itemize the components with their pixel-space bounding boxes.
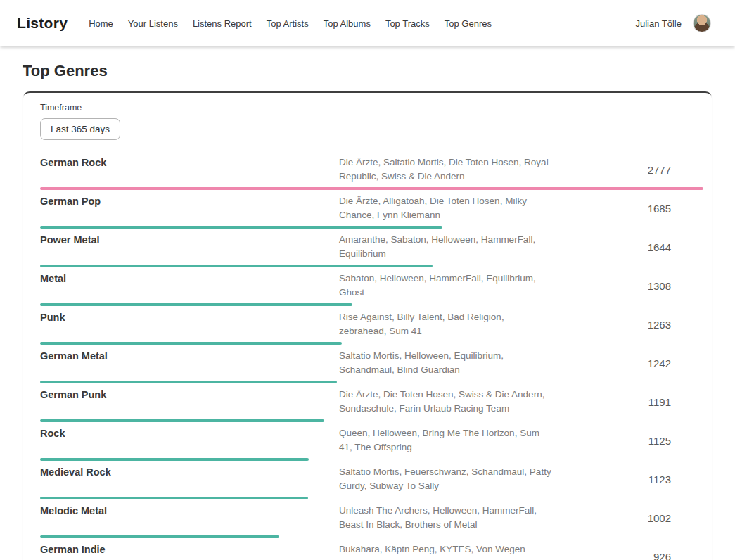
user-name[interactable]: Julian Tölle <box>635 18 682 29</box>
genre-name: Metal <box>40 272 339 286</box>
genre-name: German Indie <box>40 542 339 556</box>
genre-name: German Metal <box>40 349 339 363</box>
nav-item-top-artists[interactable]: Top Artists <box>267 18 309 29</box>
genre-bar <box>40 535 279 538</box>
timeframe-select[interactable]: Last 365 days <box>40 118 120 140</box>
genre-count: 1002 <box>554 512 703 524</box>
genre-name: Punk <box>40 310 339 324</box>
genre-artists: Saltatio Mortis, Helloween, Equilibrium,… <box>339 349 554 377</box>
timeframe-label: Timeframe <box>40 103 703 113</box>
page-title: Top Genres <box>23 62 712 80</box>
genre-count: 2777 <box>554 164 703 176</box>
genre-count: 1123 <box>554 473 703 485</box>
genre-artists: Unleash The Archers, Helloween, HammerFa… <box>339 504 554 532</box>
nav-item-your-listens[interactable]: Your Listens <box>128 18 178 29</box>
genre-list: German RockDie Ärzte, Saltatio Mortis, D… <box>40 155 703 560</box>
genre-name: German Punk <box>40 388 339 402</box>
genre-artists: Bukahara, Käptn Peng, KYTES, Von Wegen L… <box>339 542 554 560</box>
main-nav: HomeYour ListensListens ReportTop Artist… <box>89 18 635 29</box>
genre-row: MetalSabaton, Helloween, HammerFall, Equ… <box>40 272 703 306</box>
genre-count: 1644 <box>554 241 703 253</box>
genre-row: German IndieBukahara, Käptn Peng, KYTES,… <box>40 542 703 560</box>
genre-bar <box>40 226 442 229</box>
genre-artists: Die Ärzte, Alligatoah, Die Toten Hosen, … <box>339 194 554 222</box>
genre-artists: Die Ärzte, Die Toten Hosen, Swiss & Die … <box>339 388 554 416</box>
genre-name: German Rock <box>40 155 339 170</box>
genre-artists: Die Ärzte, Saltatio Mortis, Die Toten Ho… <box>339 155 554 184</box>
nav-item-listens-report[interactable]: Listens Report <box>193 18 252 29</box>
nav-item-top-tracks[interactable]: Top Tracks <box>385 18 430 29</box>
genre-name: Rock <box>40 426 339 440</box>
genre-row: PunkRise Against, Billy Talent, Bad Reli… <box>40 310 703 345</box>
avatar[interactable] <box>693 14 711 32</box>
genre-row: German MetalSaltatio Mortis, Helloween, … <box>40 349 703 383</box>
genre-count: 1308 <box>554 280 703 292</box>
genre-row: Medieval RockSaltatio Mortis, Feuerschwa… <box>40 465 703 499</box>
genre-name: Melodic Metal <box>40 504 339 518</box>
genre-bar <box>40 497 308 499</box>
genre-name: Power Metal <box>40 233 339 247</box>
genre-bar <box>40 303 352 306</box>
nav-item-top-albums[interactable]: Top Albums <box>324 18 371 29</box>
genre-name: Medieval Rock <box>40 465 339 479</box>
top-genres-card: Timeframe Last 365 days German RockDie Ä… <box>23 91 712 560</box>
genre-row: German PunkDie Ärzte, Die Toten Hosen, S… <box>40 388 703 422</box>
top-nav: Listory HomeYour ListensListens ReportTo… <box>0 0 735 46</box>
genre-row: German RockDie Ärzte, Saltatio Mortis, D… <box>40 155 703 190</box>
genre-bar <box>40 265 433 267</box>
genre-bar <box>40 419 324 422</box>
genre-count: 1685 <box>554 203 703 215</box>
genre-artists: Sabaton, Helloween, HammerFall, Equilibr… <box>339 272 554 300</box>
genre-bar <box>40 342 342 345</box>
page-content: Top Genres Timeframe Last 365 days Germa… <box>0 46 735 560</box>
genre-artists: Queen, Helloween, Bring Me The Horizon, … <box>339 426 554 454</box>
user-menu[interactable]: Julian Tölle <box>635 14 711 32</box>
genre-count: 926 <box>554 551 703 560</box>
genre-row: Power MetalAmaranthe, Sabaton, Helloween… <box>40 233 703 267</box>
genre-count: 1191 <box>554 396 703 408</box>
genre-bar <box>40 187 703 190</box>
genre-count: 1242 <box>554 357 703 369</box>
genre-bar <box>40 458 309 461</box>
genre-row: German PopDie Ärzte, Alligatoah, Die Tot… <box>40 194 703 229</box>
genre-row: Melodic MetalUnleash The Archers, Hellow… <box>40 504 703 538</box>
genre-count: 1263 <box>554 319 703 331</box>
nav-item-home[interactable]: Home <box>89 18 113 29</box>
genre-artists: Saltatio Mortis, Feuerschwanz, Schandmau… <box>339 465 554 493</box>
genre-row: RockQueen, Helloween, Bring Me The Horiz… <box>40 426 703 461</box>
genre-name: German Pop <box>40 194 339 208</box>
genre-artists: Rise Against, Billy Talent, Bad Religion… <box>339 310 554 338</box>
app-logo[interactable]: Listory <box>17 15 68 32</box>
genre-count: 1125 <box>554 435 703 447</box>
nav-item-top-genres[interactable]: Top Genres <box>445 18 492 29</box>
genre-artists: Amaranthe, Sabaton, Helloween, HammerFal… <box>339 233 554 261</box>
genre-bar <box>40 381 337 383</box>
